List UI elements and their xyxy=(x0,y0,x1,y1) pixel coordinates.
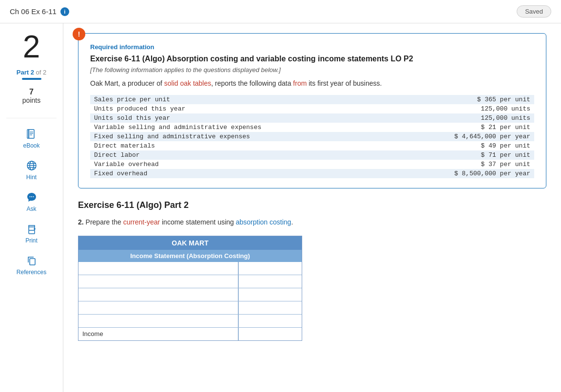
info-box: ! Required information Exercise 6-11 (Al… xyxy=(78,33,546,188)
statement-title: OAK MART xyxy=(78,236,302,250)
statement-cell-label xyxy=(78,275,238,288)
table-row: Variable overhead$ 37 per unit xyxy=(90,160,534,169)
statement-row xyxy=(78,315,302,328)
print-label: Print xyxy=(25,237,38,244)
points-section: 7 points xyxy=(22,88,40,104)
page-header: Ch 06 Ex 6-11 i Saved xyxy=(0,0,561,23)
table-row: Direct materials$ 49 per unit xyxy=(90,141,534,150)
statement-cell-label xyxy=(78,288,238,301)
statement-row: Income xyxy=(78,328,302,340)
main-layout: 2 Part 2 of 2 7 points e xyxy=(0,23,561,392)
print-icon xyxy=(25,222,39,236)
exercise-title: Exercise 6-11 (Algo) Absorption costing … xyxy=(90,55,534,63)
statement-row xyxy=(78,275,302,288)
statement-cell-value[interactable] xyxy=(238,262,302,275)
exercise-part-instructions: 2. Prepare the current-year income state… xyxy=(78,218,546,226)
exercise-part-title: Exercise 6-11 (Algo) Part 2 xyxy=(78,200,546,210)
sidebar: 2 Part 2 of 2 7 points e xyxy=(0,23,63,392)
statement-cell-value[interactable] xyxy=(238,275,302,288)
table-row: Variable selling and administrative expe… xyxy=(90,123,534,132)
statement-cell-value[interactable] xyxy=(238,328,302,340)
statement-input[interactable] xyxy=(243,317,298,324)
statement-input[interactable] xyxy=(243,330,298,337)
table-row: Units produced this year125,000 units xyxy=(90,104,534,113)
exercise-part: Exercise 6-11 (Algo) Part 2 2. Prepare t… xyxy=(78,200,546,341)
svg-point-14 xyxy=(34,228,35,229)
table-row: Sales price per unit$ 365 per unit xyxy=(90,95,534,104)
statement-input[interactable] xyxy=(243,264,298,272)
main-content: ! Required information Exercise 6-11 (Al… xyxy=(63,23,561,392)
statement-input[interactable] xyxy=(243,304,298,311)
statement-cell-label xyxy=(78,315,238,327)
sidebar-item-ask[interactable]: Ask xyxy=(0,186,63,217)
svg-rect-13 xyxy=(29,230,35,234)
part-label-group: Part 2 of 2 xyxy=(17,68,46,76)
table-row: Direct labor$ 71 per unit xyxy=(90,150,534,160)
copy-icon xyxy=(25,254,39,267)
header-title-group: Ch 06 Ex 6-11 i xyxy=(10,7,69,16)
ebook-label: eBook xyxy=(23,142,39,149)
hint-label: Hint xyxy=(26,174,37,181)
sidebar-item-ebook[interactable]: eBook xyxy=(0,122,63,154)
info-icon[interactable]: i xyxy=(60,7,69,16)
references-label: References xyxy=(17,269,46,276)
statement-input[interactable] xyxy=(243,278,298,285)
statement-row xyxy=(78,288,302,301)
statement-input[interactable] xyxy=(243,291,298,298)
svg-point-12 xyxy=(33,196,34,197)
page-title: Ch 06 Ex 6-11 xyxy=(10,7,57,16)
exercise-intro: Oak Mart, a producer of solid oak tables… xyxy=(90,79,534,87)
points-label: points xyxy=(22,96,40,104)
chat-icon xyxy=(25,190,39,204)
svg-point-11 xyxy=(31,196,32,197)
statement-row xyxy=(78,262,302,275)
exclamation-icon: ! xyxy=(73,28,85,40)
sidebar-item-print[interactable]: Print xyxy=(0,217,63,249)
statement-cell-value[interactable] xyxy=(238,288,302,301)
part-label: Part 2 of 2 xyxy=(17,69,46,76)
statement-body: Income xyxy=(78,262,302,340)
sidebar-item-references[interactable]: References xyxy=(0,249,63,280)
sidebar-item-hint[interactable]: Hint xyxy=(0,154,63,186)
globe-icon xyxy=(25,159,39,172)
statement-cell-value[interactable] xyxy=(238,301,302,314)
statement-cell-label: Income xyxy=(78,328,238,340)
table-row: Units sold this year125,000 units xyxy=(90,113,534,123)
statement-cell-value[interactable] xyxy=(238,315,302,327)
svg-rect-1 xyxy=(28,130,29,138)
exercise-subtitle: [The following information applies to th… xyxy=(90,66,534,74)
part-progress-indicator xyxy=(22,78,41,80)
required-label: Required information xyxy=(90,43,534,51)
table-row: Fixed selling and administrative expense… xyxy=(90,132,534,141)
ask-label: Ask xyxy=(26,205,36,212)
statement-cell-label xyxy=(78,301,238,314)
data-table: Sales price per unit$ 365 per unitUnits … xyxy=(90,95,534,178)
statement-cell-label xyxy=(78,262,238,275)
saved-button[interactable]: Saved xyxy=(517,5,551,18)
question-number: 2 xyxy=(23,31,40,62)
statement-row xyxy=(78,301,302,315)
svg-rect-15 xyxy=(30,259,35,265)
points-number: 7 xyxy=(22,88,40,96)
sidebar-divider xyxy=(6,118,57,118)
statement-subtitle: Income Statement (Absorption Costing) xyxy=(78,250,302,262)
book-icon xyxy=(25,127,39,141)
income-statement-table: OAK MART Income Statement (Absorption Co… xyxy=(78,236,302,341)
svg-point-10 xyxy=(29,196,30,197)
table-row: Fixed overhead$ 8,500,000 per year xyxy=(90,169,534,178)
